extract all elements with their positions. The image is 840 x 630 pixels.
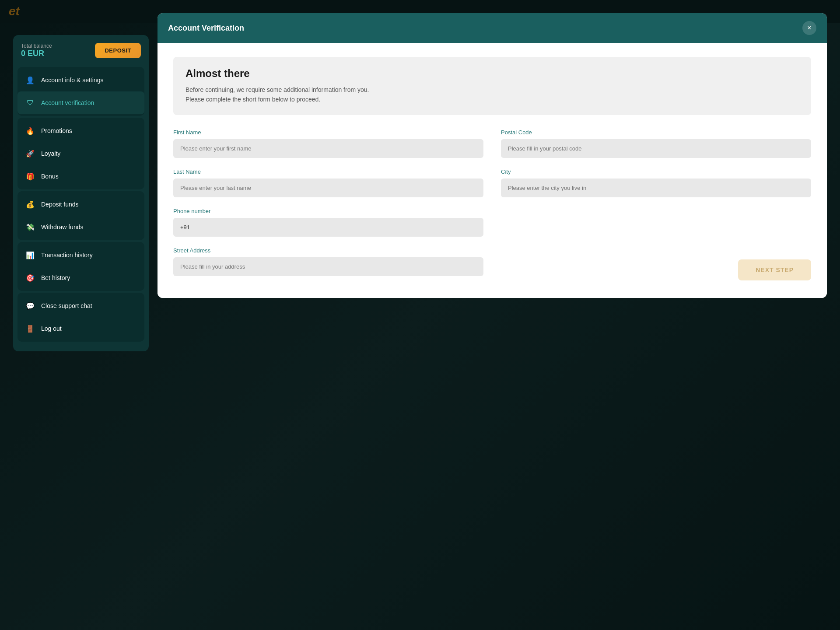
phone-label: Phone number bbox=[173, 208, 483, 214]
sidebar-item-transaction-history[interactable]: 📊 Transaction history bbox=[18, 244, 144, 266]
sidebar-item-withdraw-funds[interactable]: 💸 Withdraw funds bbox=[18, 216, 144, 238]
sidebar-item-promotions[interactable]: 🔥 Promotions bbox=[18, 119, 144, 142]
postal-code-label: Postal Code bbox=[501, 129, 811, 136]
city-group: City bbox=[501, 168, 811, 197]
form-grid: First Name Postal Code Last Name City Ph… bbox=[173, 129, 811, 280]
deposit-funds-icon: 💰 bbox=[24, 199, 36, 210]
sidebar-group-support: 💬 Close support chat 🚪 Log out bbox=[18, 293, 144, 342]
modal-close-button[interactable]: × bbox=[802, 21, 816, 35]
almost-there-section: Almost there Before continuing, we requi… bbox=[173, 57, 811, 115]
promotions-icon: 🔥 bbox=[24, 125, 36, 136]
sidebar-group-history: 📊 Transaction history 🎯 Bet history bbox=[18, 242, 144, 291]
account-verification-icon: 🛡 bbox=[24, 97, 36, 108]
street-address-group: Street Address bbox=[173, 247, 483, 280]
bet-history-icon: 🎯 bbox=[24, 272, 36, 284]
street-address-label: Street Address bbox=[173, 247, 483, 254]
account-info-icon: 👤 bbox=[24, 74, 36, 86]
phone-input-wrapper: +91 bbox=[173, 218, 483, 237]
sidebar-item-account-info[interactable]: 👤 Account info & settings bbox=[18, 69, 144, 91]
sidebar-item-transaction-history-label: Transaction history bbox=[41, 252, 93, 259]
postal-code-group: Postal Code bbox=[501, 129, 811, 158]
sidebar-item-deposit-funds-label: Deposit funds bbox=[41, 201, 79, 208]
city-input[interactable] bbox=[501, 178, 811, 197]
balance-label: Total balance bbox=[21, 43, 52, 49]
almost-desc-line1: Before continuing, we require some addit… bbox=[186, 86, 369, 93]
close-support-icon: 💬 bbox=[24, 300, 36, 312]
bonus-icon: 🎁 bbox=[24, 171, 36, 182]
balance-info: Total balance 0 EUR bbox=[21, 43, 52, 58]
sidebar-item-logout[interactable]: 🚪 Log out bbox=[18, 317, 144, 340]
balance-amount: 0 EUR bbox=[21, 49, 52, 58]
first-name-input[interactable] bbox=[173, 139, 483, 158]
next-step-group: NEXT STEP bbox=[501, 247, 811, 280]
sidebar-item-bonus-label: Bonus bbox=[41, 173, 59, 180]
transaction-history-icon: 📊 bbox=[24, 249, 36, 261]
sidebar-item-account-verification-label: Account verification bbox=[41, 99, 94, 106]
sidebar-item-withdraw-funds-label: Withdraw funds bbox=[41, 224, 83, 231]
first-name-group: First Name bbox=[173, 129, 483, 158]
sidebar-item-loyalty[interactable]: 🚀 Loyalty bbox=[18, 142, 144, 165]
sidebar-item-bet-history-label: Bet history bbox=[41, 274, 70, 281]
loyalty-icon: 🚀 bbox=[24, 148, 36, 159]
account-verification-modal: Account Verification × Almost there Befo… bbox=[158, 13, 827, 298]
sidebar-item-close-support[interactable]: 💬 Close support chat bbox=[18, 294, 144, 317]
modal-header: Account Verification × bbox=[158, 13, 827, 43]
sidebar-item-deposit-funds[interactable]: 💰 Deposit funds bbox=[18, 193, 144, 216]
next-step-button[interactable]: NEXT STEP bbox=[738, 259, 811, 280]
balance-section: Total balance 0 EUR DEPOSIT bbox=[13, 43, 149, 65]
last-name-group: Last Name bbox=[173, 168, 483, 197]
almost-there-title: Almost there bbox=[186, 67, 799, 80]
sidebar-item-loyalty-label: Loyalty bbox=[41, 150, 60, 157]
sidebar-group-funds: 💰 Deposit funds 💸 Withdraw funds bbox=[18, 191, 144, 240]
sidebar-item-close-support-label: Close support chat bbox=[41, 302, 92, 309]
last-name-label: Last Name bbox=[173, 168, 483, 175]
sidebar-item-account-verification[interactable]: 🛡 Account verification bbox=[18, 91, 144, 114]
sidebar-item-bet-history[interactable]: 🎯 Bet history bbox=[18, 266, 144, 289]
phone-row-spacer bbox=[501, 208, 811, 237]
sidebar-item-promotions-label: Promotions bbox=[41, 127, 72, 134]
withdraw-funds-icon: 💸 bbox=[24, 221, 36, 233]
deposit-button[interactable]: DEPOSIT bbox=[95, 43, 141, 58]
modal-body: Almost there Before continuing, we requi… bbox=[158, 43, 827, 298]
phone-input[interactable] bbox=[173, 218, 483, 237]
logout-icon: 🚪 bbox=[24, 323, 36, 334]
sidebar: Total balance 0 EUR DEPOSIT 👤 Account in… bbox=[13, 35, 149, 351]
city-label: City bbox=[501, 168, 811, 175]
sidebar-item-logout-label: Log out bbox=[41, 325, 62, 332]
modal-title: Account Verification bbox=[168, 24, 244, 33]
sidebar-item-account-info-label: Account info & settings bbox=[41, 77, 103, 84]
first-name-label: First Name bbox=[173, 129, 483, 136]
sidebar-group-promotions: 🔥 Promotions 🚀 Loyalty 🎁 Bonus bbox=[18, 118, 144, 189]
street-address-input[interactable] bbox=[173, 257, 483, 276]
last-name-input[interactable] bbox=[173, 178, 483, 197]
sidebar-item-bonus[interactable]: 🎁 Bonus bbox=[18, 165, 144, 188]
phone-prefix: +91 bbox=[180, 224, 190, 231]
sidebar-group-account: 👤 Account info & settings 🛡 Account veri… bbox=[18, 67, 144, 116]
almost-there-desc: Before continuing, we require some addit… bbox=[186, 85, 799, 105]
phone-group: Phone number +91 bbox=[173, 208, 483, 237]
postal-code-input[interactable] bbox=[501, 139, 811, 158]
almost-desc-line2: Please complete the short form below to … bbox=[186, 96, 320, 103]
